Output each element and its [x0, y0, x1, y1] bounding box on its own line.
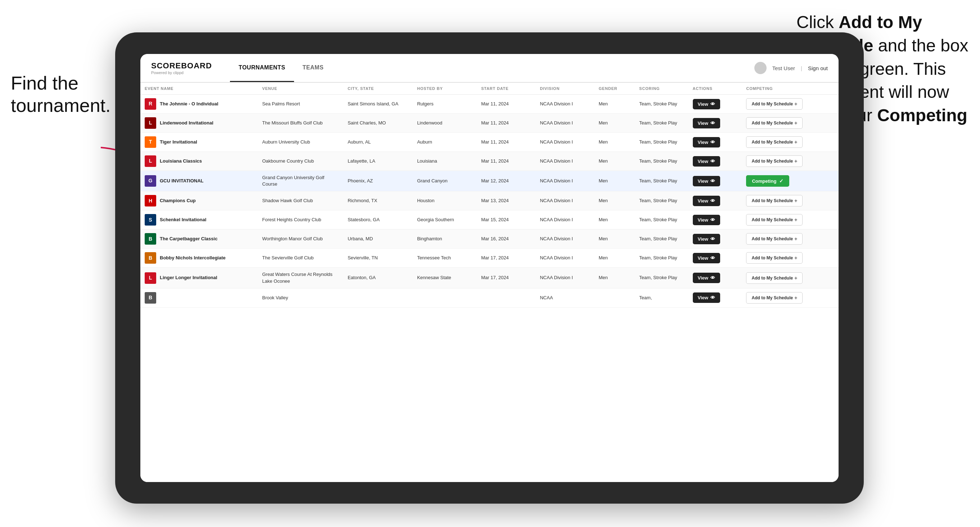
nav-tabs: TOURNAMENTS TEAMS: [230, 54, 332, 82]
view-button[interactable]: View 👁: [693, 99, 720, 110]
competing-cell: Add to My Schedule +: [742, 249, 838, 268]
hosted-cell: Grand Canyon: [413, 171, 477, 191]
user-avatar: [754, 62, 767, 74]
table-row: B Bobby Nichols Intercollegiate The Sevi…: [140, 249, 838, 268]
add-to-schedule-button[interactable]: Add to My Schedule +: [746, 195, 803, 206]
col-header-division: DIVISION: [536, 83, 594, 95]
add-to-schedule-button[interactable]: Add to My Schedule +: [746, 214, 803, 225]
hosted-cell: Kennesaw State: [413, 268, 477, 288]
event-name: Linger Longer Invitational: [160, 275, 217, 281]
team-logo: L: [145, 117, 156, 129]
event-name: Schenkel Invitational: [160, 217, 206, 223]
col-header-venue: VENUE: [258, 83, 343, 95]
city-cell: Urbana, MD: [343, 230, 413, 249]
view-button[interactable]: View 👁: [693, 137, 720, 148]
eye-icon: 👁: [710, 295, 715, 300]
view-button[interactable]: View 👁: [693, 273, 720, 283]
date-cell: Mar 11, 2024: [477, 133, 536, 152]
event-cell: B: [145, 292, 254, 303]
competing-cell: Add to My Schedule +: [742, 133, 838, 152]
plus-icon: +: [794, 139, 797, 145]
gender-cell: Men: [594, 191, 635, 210]
city-cell: Sevierville, TN: [343, 249, 413, 268]
view-button[interactable]: View 👁: [693, 118, 720, 129]
venue-cell: The Sevierville Golf Club: [258, 249, 343, 268]
add-to-schedule-button[interactable]: Add to My Schedule +: [746, 252, 803, 264]
actions-cell: View 👁: [689, 288, 742, 307]
hosted-cell: Lindenwood: [413, 114, 477, 133]
actions-cell: View 👁: [689, 95, 742, 114]
col-header-scoring: SCORING: [635, 83, 688, 95]
venue-cell: Great Waters Course At Reynolds Lake Oco…: [258, 268, 343, 288]
team-logo: B: [145, 233, 156, 244]
add-to-schedule-button[interactable]: Add to My Schedule +: [746, 137, 803, 148]
competing-cell: Add to My Schedule +: [742, 288, 838, 307]
event-cell: L Lindenwood Invitational: [145, 117, 254, 129]
competing-cell: Add to My Schedule +: [742, 230, 838, 249]
actions-cell: View 👁: [689, 114, 742, 133]
eye-icon: 👁: [710, 275, 715, 281]
tournaments-table: EVENT NAME VENUE CITY, STATE HOSTED BY S…: [140, 83, 838, 308]
team-logo: R: [145, 98, 156, 110]
table-row: H Champions Cup Shadow Hawk Golf ClubRic…: [140, 191, 838, 210]
user-name: Test User: [772, 65, 795, 71]
tablet-frame: SCOREBOARD Powered by clippd TOURNAMENTS…: [115, 32, 864, 504]
venue-cell: Sea Palms Resort: [258, 95, 343, 114]
plus-icon: +: [794, 158, 797, 164]
actions-cell: View 👁: [689, 152, 742, 171]
team-logo: T: [145, 137, 156, 148]
event-cell: H Champions Cup: [145, 195, 254, 206]
nav-tab-tournaments[interactable]: TOURNAMENTS: [230, 54, 294, 82]
add-to-schedule-button[interactable]: Add to My Schedule +: [746, 98, 803, 110]
event-cell: B The Carpetbagger Classic: [145, 233, 254, 244]
hosted-cell: Houston: [413, 191, 477, 210]
actions-cell: View 👁: [689, 230, 742, 249]
city-cell: Phoenix, AZ: [343, 171, 413, 191]
view-button[interactable]: View 👁: [693, 156, 720, 167]
eye-icon: 👁: [710, 121, 715, 126]
event-name: Bobby Nichols Intercollegiate: [160, 255, 226, 261]
hosted-cell: Louisiana: [413, 152, 477, 171]
view-button[interactable]: View 👁: [693, 234, 720, 244]
add-to-schedule-button[interactable]: Add to My Schedule +: [746, 117, 803, 129]
table-row: G GCU INVITATIONAL Grand Canyon Universi…: [140, 171, 838, 191]
add-to-schedule-button[interactable]: Add to My Schedule +: [746, 292, 803, 303]
scoring-cell: Team, Stroke Play: [635, 114, 688, 133]
scoring-cell: Team, Stroke Play: [635, 95, 688, 114]
scoring-cell: Team, Stroke Play: [635, 249, 688, 268]
scoring-cell: Team, Stroke Play: [635, 152, 688, 171]
eye-icon: 👁: [710, 140, 715, 145]
plus-icon: +: [794, 236, 797, 242]
scoring-cell: Team, Stroke Play: [635, 210, 688, 230]
gender-cell: [594, 288, 635, 307]
gender-cell: Men: [594, 152, 635, 171]
table-row: S Schenkel Invitational Forest Heights C…: [140, 210, 838, 230]
view-button[interactable]: View 👁: [693, 215, 720, 225]
eye-icon: 👁: [710, 217, 715, 223]
view-button[interactable]: View 👁: [693, 253, 720, 264]
division-cell: NCAA Division I: [536, 268, 594, 288]
city-cell: Statesboro, GA: [343, 210, 413, 230]
add-to-schedule-button[interactable]: Add to My Schedule +: [746, 272, 803, 284]
col-header-gender: GENDER: [594, 83, 635, 95]
view-button[interactable]: View 👁: [693, 196, 720, 206]
nav-tab-teams[interactable]: TEAMS: [294, 54, 332, 82]
competing-cell: Competing ✓: [742, 171, 838, 191]
gender-cell: Men: [594, 210, 635, 230]
date-cell: Mar 11, 2024: [477, 95, 536, 114]
add-to-schedule-button[interactable]: Add to My Schedule +: [746, 233, 803, 244]
gender-cell: Men: [594, 133, 635, 152]
table-container: EVENT NAME VENUE CITY, STATE HOSTED BY S…: [140, 83, 838, 482]
table-row: L Linger Longer Invitational Great Water…: [140, 268, 838, 288]
eye-icon: 👁: [710, 237, 715, 242]
sign-out-link[interactable]: Sign out: [808, 65, 828, 71]
add-to-schedule-button[interactable]: Add to My Schedule +: [746, 156, 803, 167]
table-row: L Louisiana Classics Oakbourne Country C…: [140, 152, 838, 171]
date-cell: Mar 16, 2024: [477, 230, 536, 249]
view-button[interactable]: View 👁: [693, 176, 720, 186]
gender-cell: Men: [594, 114, 635, 133]
competing-cell: Add to My Schedule +: [742, 268, 838, 288]
competing-button[interactable]: Competing ✓: [746, 175, 789, 187]
header-right: Test User | Sign out: [754, 62, 828, 74]
view-button[interactable]: View 👁: [693, 292, 720, 303]
